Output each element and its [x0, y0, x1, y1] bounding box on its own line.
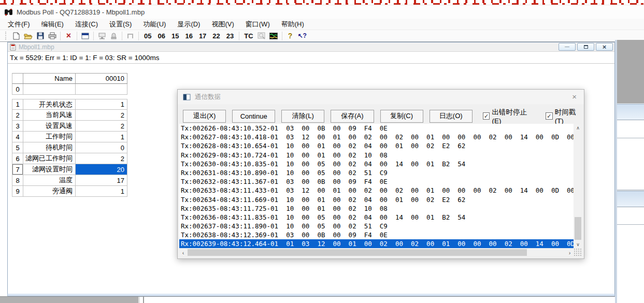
disconnect-button[interactable]: × [63, 31, 75, 41]
about-button[interactable]: ? [284, 31, 296, 41]
open-file-button[interactable] [22, 31, 34, 41]
menu-functions[interactable]: 功能(U) [137, 19, 171, 30]
name-cell[interactable]: 滤网设置时间 [23, 164, 76, 175]
menu-view[interactable]: 视图(V) [206, 19, 239, 30]
name-cell[interactable]: 温度 [23, 175, 76, 186]
row-header[interactable]: 9 [12, 186, 23, 197]
name-cell[interactable]: 当前风速 [23, 110, 76, 121]
doc-minimize-button[interactable]: — [559, 43, 576, 51]
save-log-button[interactable]: 保存(A) [331, 110, 374, 123]
single-poll-button[interactable] [124, 31, 136, 41]
log-line[interactable]: Tx:002638-08:43:12.369-01 03 00 0B 00 09… [179, 230, 574, 239]
log-line[interactable]: Rx:002633-08:43:11.433-01 03 12 00 01 00… [179, 186, 574, 195]
dialog-close-icon[interactable]: × [565, 90, 584, 104]
communication-log[interactable]: Tx:002626-08:43:10.352-01 03 00 0B 00 09… [179, 124, 574, 248]
toolbar-grip[interactable] [5, 32, 7, 40]
connection-setup-button[interactable] [79, 31, 91, 41]
menu-connection[interactable]: 连接(C) [69, 19, 104, 30]
test-center-button[interactable]: TC [241, 32, 255, 40]
scroll-left-icon[interactable]: ‹ [179, 249, 187, 256]
name-cell[interactable]: 开关机状态 [23, 99, 76, 110]
log-line[interactable]: Rx:002629-08:43:10.724-01 10 00 01 00 02… [179, 151, 574, 160]
name-cell[interactable]: 工作时间 [23, 132, 76, 142]
doc-close-button[interactable]: × [596, 43, 613, 51]
row-header[interactable]: 6 [12, 153, 23, 164]
row-header[interactable]: 7 [12, 164, 23, 175]
menu-help[interactable]: 帮助(H) [276, 19, 310, 30]
name-cell[interactable]: 待机时间 [23, 142, 76, 153]
value-cell[interactable] [76, 84, 127, 95]
dialog-titlebar[interactable]: 通信数据 × [178, 90, 584, 104]
doc-titlebar[interactable]: Mbpoll1.mbp — × [8, 42, 614, 52]
save-button[interactable] [34, 31, 46, 41]
value-cell[interactable]: 1 [76, 186, 127, 197]
menu-setup[interactable]: 设置(S) [104, 19, 137, 30]
log-line[interactable]: Tx:002630-08:43:10.835-01 10 00 05 00 02… [179, 160, 574, 168]
vertical-scrollbar-thumb[interactable] [575, 217, 581, 240]
row-header[interactable]: 8 [12, 175, 23, 186]
value-cell[interactable]: 1 [76, 99, 127, 110]
address-column-header[interactable]: 00010 [76, 73, 127, 84]
context-help-button[interactable]: ↖? [296, 31, 308, 41]
timestamp-checkbox[interactable]: ✓ 时间戳(T) [546, 108, 584, 125]
stop-on-error-checkbox[interactable]: ✓ 出错时停止(E) [483, 108, 535, 125]
log-line[interactable]: Tx:002628-08:43:10.654-01 10 00 01 00 02… [179, 141, 574, 150]
fc15-button[interactable]: 15 [168, 32, 182, 40]
row-header[interactable]: 1 [12, 99, 23, 110]
scroll-down-icon[interactable]: ∨ [574, 240, 582, 248]
fc16-button[interactable]: 16 [182, 32, 195, 40]
communication-traffic-button[interactable] [268, 31, 280, 41]
log-line[interactable]: Tx:002626-08:43:10.352-01 03 00 0B 00 09… [179, 124, 574, 133]
menu-edit[interactable]: 编辑(E) [36, 19, 69, 30]
vertical-scrollbar[interactable]: ∧ ∨ [574, 124, 582, 248]
row-header[interactable]: 2 [12, 110, 23, 121]
row-header[interactable]: 5 [12, 142, 23, 153]
name-cell[interactable]: 旁通阀 [23, 186, 76, 197]
fc23-button[interactable]: 23 [223, 32, 237, 40]
scroll-right-icon[interactable]: › [566, 249, 574, 256]
horizontal-scrollbar-thumb[interactable] [188, 249, 527, 256]
log-line[interactable]: Tx:002632-08:43:11.367-01 03 00 0B 00 09… [179, 177, 574, 186]
value-cell[interactable]: 2 [76, 153, 127, 164]
exit-button[interactable]: 退出(X) [183, 110, 226, 123]
new-file-button[interactable] [10, 31, 22, 41]
log-line[interactable]: Rx:002637-08:43:11.890-01 10 00 05 00 02… [179, 222, 574, 230]
log-line[interactable]: Tx:002634-08:43:11.669-01 10 00 01 00 02… [179, 195, 574, 204]
resize-grip[interactable] [574, 249, 582, 256]
menu-display[interactable]: 显示(D) [171, 19, 206, 30]
value-cell-selected[interactable]: 20 [76, 164, 127, 175]
menu-window[interactable]: 窗口(W) [240, 19, 276, 30]
clear-button[interactable]: 清除(L) [281, 110, 324, 123]
fc17-button[interactable]: 17 [196, 32, 209, 40]
fc06-button[interactable]: 06 [154, 32, 168, 40]
value-cell[interactable]: 2 [76, 121, 127, 132]
value-cell[interactable]: 17 [76, 175, 127, 186]
value-cell[interactable]: 2 [76, 110, 127, 121]
row-header[interactable]: 4 [12, 132, 23, 142]
log-line[interactable]: Rx:002627-08:43:10.418-01 03 12 00 01 00… [179, 133, 574, 141]
name-cell[interactable]: 滤网已工作时间 [23, 153, 76, 164]
read-write-definition-button[interactable] [96, 31, 108, 41]
continue-button[interactable]: Continue [232, 110, 275, 123]
horizontal-scrollbar[interactable]: ‹ › [179, 249, 574, 256]
menu-file[interactable]: 文件(F) [2, 19, 36, 30]
alias-button[interactable] [108, 31, 120, 41]
fc22-button[interactable]: 22 [209, 32, 223, 40]
print-button[interactable] [46, 31, 58, 41]
doc-restore-button[interactable] [577, 43, 594, 51]
value-cell[interactable]: 1 [76, 132, 127, 142]
log-line-selected[interactable]: Rx:002639-08:43:12.464-01 01 03 12 00 01… [179, 239, 574, 248]
row-header[interactable]: 3 [12, 121, 23, 132]
log-line[interactable]: Tx:002636-08:43:11.835-01 10 00 05 00 02… [179, 213, 574, 222]
fc05-button[interactable]: 05 [141, 32, 154, 40]
communication-log-button[interactable] [256, 31, 268, 41]
log-button[interactable]: 日志(O) [430, 110, 473, 123]
copy-button[interactable]: 复制(C) [380, 110, 423, 123]
name-cell[interactable]: 设置风速 [23, 121, 76, 132]
log-line[interactable]: Rx:002635-08:43:11.725-01 10 00 01 00 02… [179, 204, 574, 213]
name-cell[interactable] [23, 84, 76, 95]
name-column-header[interactable]: Name [23, 73, 76, 84]
value-cell[interactable]: 0 [76, 142, 127, 153]
scroll-up-icon[interactable]: ∧ [574, 124, 582, 132]
log-line[interactable]: Rx:002631-08:43:10.890-01 10 00 05 00 02… [179, 168, 574, 177]
